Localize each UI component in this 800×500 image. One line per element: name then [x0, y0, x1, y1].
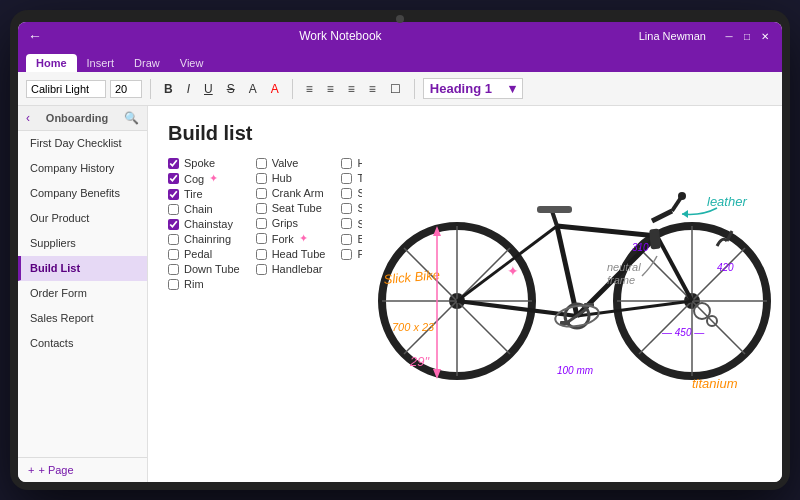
- sidebar: ‹ Onboarding 🔍 First Day Checklist Compa…: [18, 106, 148, 482]
- add-page-button[interactable]: + + Page: [28, 464, 137, 476]
- checkbox-rim[interactable]: [168, 279, 179, 290]
- user-name: Lina Newman: [639, 30, 706, 42]
- tab-insert[interactable]: Insert: [77, 54, 125, 72]
- checkbox-saddle[interactable]: [341, 188, 352, 199]
- annotation-100mm: 100 mm: [557, 365, 593, 376]
- checkbox-hub[interactable]: [256, 173, 267, 184]
- star-fork-icon: ✦: [299, 232, 308, 245]
- sidebar-item-sales-report[interactable]: Sales Report: [18, 306, 147, 331]
- font-selector[interactable]: [26, 80, 106, 98]
- sidebar-item-our-product[interactable]: Our Product: [18, 206, 147, 231]
- close-button[interactable]: ✕: [758, 29, 772, 43]
- numbered-list-button[interactable]: ≡: [322, 79, 339, 99]
- checkbox-seatstay[interactable]: [341, 218, 352, 229]
- sidebar-item-first-day[interactable]: First Day Checklist: [18, 131, 147, 156]
- list-item: Crank Arm: [256, 187, 326, 199]
- checkbox-down-tube[interactable]: [168, 264, 179, 275]
- svg-rect-0: [362, 106, 782, 396]
- italic-button[interactable]: I: [182, 79, 195, 99]
- annotation-titanium: titanium: [692, 376, 738, 391]
- checkbox-top-tube[interactable]: [341, 173, 352, 184]
- sidebar-item-build-list[interactable]: Build List: [18, 256, 147, 281]
- tab-view[interactable]: View: [170, 54, 214, 72]
- list-item: Fork ✦: [256, 232, 326, 245]
- checkbox-chain[interactable]: [168, 204, 179, 215]
- checkbox-seat-post[interactable]: [341, 203, 352, 214]
- checkbox-button[interactable]: ☐: [385, 79, 406, 99]
- bike-illustration-area: Slick Bike 700 x 23 29" neutral frame: [362, 106, 782, 482]
- indent-button[interactable]: ≡: [343, 79, 360, 99]
- checkbox-tire[interactable]: [168, 189, 179, 200]
- main-area: ‹ Onboarding 🔍 First Day Checklist Compa…: [18, 106, 782, 482]
- item-label-chainring: Chainring: [184, 233, 231, 245]
- notebook-title: Work Notebook: [299, 29, 381, 43]
- checkbox-chainring[interactable]: [168, 234, 179, 245]
- sidebar-header: ‹ Onboarding 🔍: [18, 106, 147, 131]
- strikethrough-button[interactable]: S: [222, 79, 240, 99]
- checkbox-headset[interactable]: [341, 158, 352, 169]
- toolbar-separator-2: [292, 79, 293, 99]
- underline-button[interactable]: U: [199, 79, 218, 99]
- item-label-pedal: Pedal: [184, 248, 212, 260]
- annotation-leather: leather: [707, 194, 747, 209]
- minimize-button[interactable]: ─: [722, 29, 736, 43]
- checkbox-valve[interactable]: [256, 158, 267, 169]
- sidebar-item-company-benefits[interactable]: Company Benefits: [18, 181, 147, 206]
- bold-button[interactable]: B: [159, 79, 178, 99]
- sidebar-item-company-history[interactable]: Company History: [18, 156, 147, 181]
- list-item: Valve: [256, 157, 326, 169]
- checkbox-brake[interactable]: [341, 234, 352, 245]
- list-item: Tire: [168, 188, 240, 200]
- sidebar-back-button[interactable]: ‹: [26, 111, 30, 125]
- item-label-spoke: Spoke: [184, 157, 215, 169]
- checkbox-cog[interactable]: [168, 173, 179, 184]
- title-bar-left: ←: [28, 28, 42, 44]
- sidebar-item-contacts[interactable]: Contacts: [18, 331, 147, 356]
- checkbox-pedal[interactable]: [168, 249, 179, 260]
- list-item: Rim: [168, 278, 240, 290]
- maximize-button[interactable]: □: [740, 29, 754, 43]
- device-frame: ← Work Notebook Lina Newman ─ □ ✕ Home I…: [10, 10, 790, 490]
- sidebar-item-order-form[interactable]: Order Form: [18, 281, 147, 306]
- list-item: Cog ✦: [168, 172, 240, 185]
- checkbox-frame[interactable]: [341, 249, 352, 260]
- annotation-frame: frame: [607, 274, 635, 286]
- checkbox-fork[interactable]: [256, 233, 267, 244]
- checklist-col-2: Valve Hub Crank Arm Seat Tube: [256, 157, 326, 290]
- outdent-button[interactable]: ≡: [364, 79, 381, 99]
- list-item: Head Tube: [256, 248, 326, 260]
- svg-point-23: [678, 192, 686, 200]
- content-area: Build list Spoke Cog ✦: [148, 106, 782, 482]
- item-label-cog: Cog: [184, 173, 204, 185]
- heading-value: Heading 1: [430, 81, 492, 96]
- sidebar-search-button[interactable]: 🔍: [124, 111, 139, 125]
- item-label-head-tube: Head Tube: [272, 248, 326, 260]
- tab-draw[interactable]: Draw: [124, 54, 170, 72]
- sidebar-item-suppliers[interactable]: Suppliers: [18, 231, 147, 256]
- font-size[interactable]: [110, 80, 142, 98]
- checkbox-seat-tube[interactable]: [256, 203, 267, 214]
- annotation-310: 310: [632, 242, 649, 253]
- item-label-rim: Rim: [184, 278, 204, 290]
- sidebar-items: First Day Checklist Company History Comp…: [18, 131, 147, 457]
- bullet-list-button[interactable]: ≡: [301, 79, 318, 99]
- checkbox-spoke[interactable]: [168, 158, 179, 169]
- checkbox-chainstay[interactable]: [168, 219, 179, 230]
- checkbox-grips[interactable]: [256, 218, 267, 229]
- checkbox-handlebar[interactable]: [256, 264, 267, 275]
- back-button[interactable]: ←: [28, 28, 42, 44]
- annotation-size: 700 x 23: [392, 321, 435, 333]
- plus-icon: +: [28, 464, 34, 476]
- title-bar: ← Work Notebook Lina Newman ─ □ ✕: [18, 22, 782, 50]
- checkbox-head-tube[interactable]: [256, 249, 267, 260]
- add-page-label: + Page: [38, 464, 73, 476]
- item-label-chainstay: Chainstay: [184, 218, 233, 230]
- star-cog-icon: ✦: [209, 172, 218, 185]
- font-color-button[interactable]: A: [266, 79, 284, 99]
- tab-home[interactable]: Home: [26, 54, 77, 72]
- item-label-fork: Fork: [272, 233, 294, 245]
- highlight-button[interactable]: A: [244, 79, 262, 99]
- heading-selector[interactable]: Heading 1 ▾: [423, 78, 523, 99]
- list-item: Hub: [256, 172, 326, 184]
- checkbox-crank-arm[interactable]: [256, 188, 267, 199]
